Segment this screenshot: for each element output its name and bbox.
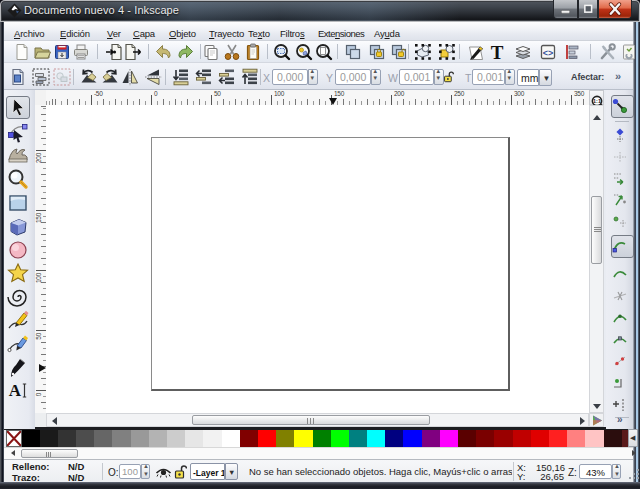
svg-text:T: T bbox=[491, 43, 504, 61]
svg-text:1:1: 1:1 bbox=[593, 98, 601, 104]
svg-text:<>: <> bbox=[543, 48, 554, 58]
svg-text:A: A bbox=[9, 381, 22, 400]
